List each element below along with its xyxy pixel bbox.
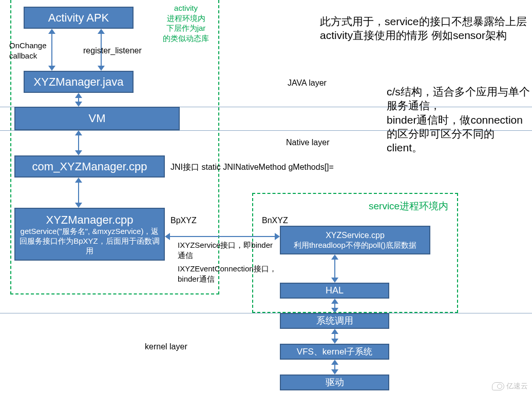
box-jni-cpp: com_XYZManager.cpp xyxy=(14,155,165,178)
label-ixyz-event: IXYZEventConnection接口，binder通信 xyxy=(178,264,286,284)
watermark-text: 亿速云 xyxy=(506,382,528,391)
box-hal: HAL xyxy=(280,283,389,299)
arrow-apk-manager-left xyxy=(48,29,55,71)
label-onchange: OnChange callback xyxy=(9,41,47,61)
arrow-vm-jni xyxy=(75,130,82,155)
box-xyzmanager-java-label: XYZManager.java xyxy=(34,75,124,89)
arrow-vfs-driver xyxy=(331,360,338,375)
box-driver: 驱动 xyxy=(280,375,389,390)
box-syscall: 系统调用 xyxy=(280,313,389,329)
layer-line-kernel xyxy=(0,313,532,313)
box-xyzservice-cpp: XYZService.cpp 利用threadloop不停的poll()底层数据 xyxy=(280,226,430,254)
arrow-hal-syscall xyxy=(331,299,338,313)
box-driver-label: 驱动 xyxy=(326,377,344,388)
box-vfs: VFS、kernel子系统 xyxy=(280,344,389,360)
box-xyzmanager-java: XYZManager.java xyxy=(24,71,134,93)
box-xyzservice-cpp-title: XYZService.cpp xyxy=(326,230,385,241)
box-vm: VM xyxy=(14,107,180,130)
description-1: 此方式用于，service的接口不想暴露给上层activity直接使用的情形 例… xyxy=(320,14,528,43)
arrow-jni-mgrcpp xyxy=(75,178,82,208)
watermark: 亿速云 xyxy=(492,382,528,391)
label-jni-note: JNI接口 static JNINativeMethod gMethods[]= xyxy=(170,162,334,173)
box-vm-label: VM xyxy=(89,111,106,126)
label-ixyz-service: IXYZService接口，即binder通信 xyxy=(178,240,276,260)
label-native-layer: Native layer xyxy=(286,137,329,148)
arrow-syscall-vfs xyxy=(331,329,338,344)
label-register: register_listener xyxy=(83,46,142,56)
service-region-title: service进程环境内 xyxy=(369,200,448,213)
box-hal-label: HAL xyxy=(326,285,344,297)
arrow-service-hal xyxy=(331,254,338,283)
box-xyzmanager-cpp-sub: getService("服务名", &mxyzService)，返回服务接口作为… xyxy=(20,227,160,255)
description-2: c/s结构，适合多个应用与单个服务通信， binder通信时，做connecti… xyxy=(387,85,530,154)
box-jni-cpp-label: com_XYZManager.cpp xyxy=(32,160,147,174)
activity-region-title: activity 进程环境内 下层作为jar 的类似动态库 xyxy=(154,3,218,43)
box-xyzmanager-cpp: XYZManager.cpp getService("服务名", &mxyzSe… xyxy=(14,208,165,261)
box-vfs-label: VFS、kernel子系统 xyxy=(297,346,372,357)
box-activity-apk: Activity APK xyxy=(24,7,134,29)
box-activity-apk-label: Activity APK xyxy=(48,11,109,25)
label-kernel-layer: kernel layer xyxy=(145,342,187,352)
arrow-mgr-service xyxy=(165,233,280,240)
box-xyzmanager-cpp-title: XYZManager.cpp xyxy=(46,213,134,227)
label-bpxyz: BpXYZ xyxy=(170,215,197,226)
label-java-layer: JAVA layer xyxy=(288,78,327,89)
label-bnxyz: BnXYZ xyxy=(262,215,288,226)
box-syscall-label: 系统调用 xyxy=(316,315,353,327)
arrow-manager-vm xyxy=(75,93,82,107)
cloud-icon xyxy=(492,382,504,390)
box-xyzservice-cpp-sub: 利用threadloop不停的poll()底层数据 xyxy=(294,241,416,250)
